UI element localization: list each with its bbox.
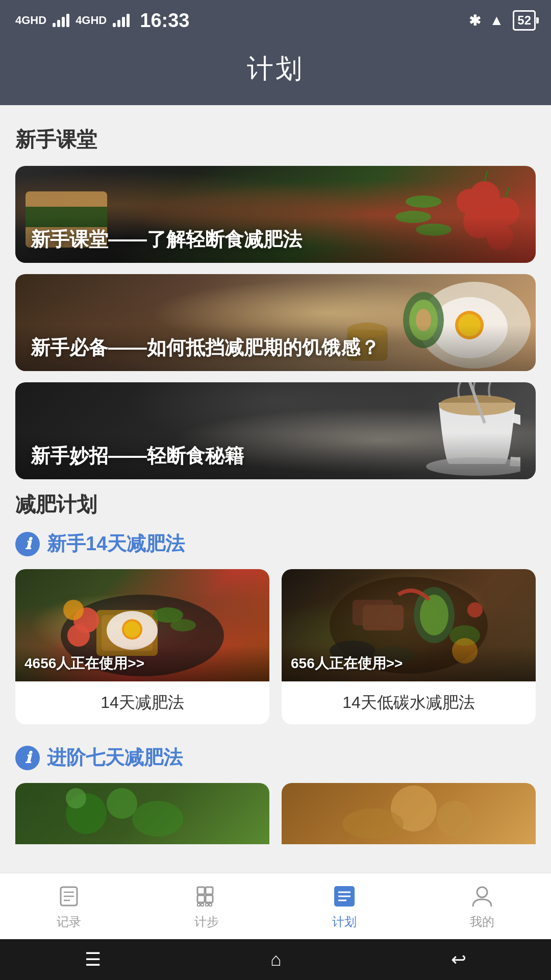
status-time: 16:33	[140, 10, 189, 32]
svg-point-7	[406, 195, 441, 208]
nav-plan-label: 计划	[332, 914, 357, 930]
plan-icon	[331, 883, 358, 910]
svg-point-46	[132, 801, 183, 837]
svg-point-50	[342, 808, 404, 839]
nav-item-steps[interactable]: 计步	[193, 883, 220, 930]
plan-card-2-title: 14天低碳水减肥法	[282, 681, 536, 724]
subsection-1-icon: ℹ	[15, 532, 40, 556]
signal-1-label: 4GHD	[15, 14, 46, 27]
course-card-1[interactable]: 新手课堂——了解轻断食减肥法	[15, 166, 536, 263]
svg-rect-58	[206, 895, 213, 902]
home-button[interactable]: ⌂	[270, 949, 282, 970]
beginner-section-title: 新手课堂	[15, 126, 536, 154]
status-left: 4GHD 4GHD 16:33	[15, 10, 189, 32]
nav-item-mine[interactable]: 我的	[469, 883, 495, 930]
page-header: 计划	[0, 41, 551, 105]
svg-point-28	[124, 621, 140, 638]
nav-item-plan[interactable]: 计划	[331, 883, 358, 930]
svg-rect-36	[363, 605, 404, 630]
page-title: 计划	[0, 51, 551, 87]
subsection-2-header: ℹ 进阶七天减肥法	[15, 745, 536, 771]
svg-point-4	[457, 189, 482, 214]
system-nav: ☰ ⌂ ↩	[0, 939, 551, 980]
steps-icon	[193, 883, 220, 910]
subsection-2-icon: ℹ	[15, 746, 40, 770]
svg-point-49	[437, 801, 472, 837]
plan-card-1-title: 14天减肥法	[15, 681, 269, 724]
course-card-1-text[interactable]: 新手课堂——了解轻断食减肥法	[15, 216, 536, 263]
subsection-1-title: 新手14天减肥法	[47, 531, 185, 557]
plan-cards-grid-1: 4656人正在使用>> 14天减肥法	[15, 569, 536, 724]
plan-card-2-label: 656人正在使用>>	[282, 646, 536, 681]
wifi-icon: ▲	[490, 12, 504, 29]
plan-card-1-image: 4656人正在使用>>	[15, 569, 269, 681]
course-card-2-text[interactable]: 新手必备——如何抵挡减肥期的饥饿感？	[15, 325, 536, 371]
svg-point-31	[63, 600, 84, 620]
partial-card-1-food	[15, 783, 269, 844]
subsection-1-header: ℹ 新手14天减肥法	[15, 531, 536, 557]
mine-icon	[469, 883, 495, 910]
plan-card-2-image: 656人正在使用>>	[282, 569, 536, 681]
battery-level: 52	[517, 13, 531, 27]
svg-point-42	[467, 602, 483, 618]
partial-card-2-food	[282, 783, 536, 844]
nav-mine-label: 我的	[470, 914, 494, 930]
plan-section-title: 减肥计划	[15, 491, 536, 519]
bluetooth-icon: ✱	[469, 12, 481, 29]
menu-button[interactable]: ☰	[85, 949, 101, 970]
battery-indicator: 52	[513, 10, 536, 31]
svg-point-67	[477, 887, 487, 897]
main-content: 新手课堂 新手课	[0, 105, 551, 980]
bottom-nav: 记录 计步 计划	[0, 873, 551, 939]
subsection-2-title: 进阶七天减肥法	[47, 745, 183, 771]
svg-rect-61	[206, 903, 208, 906]
record-icon	[56, 883, 82, 910]
svg-rect-59	[197, 903, 200, 906]
svg-line-6	[505, 187, 509, 198]
beginner-section: 新手课堂 新手课	[15, 126, 536, 479]
svg-rect-62	[209, 903, 212, 906]
partial-card-1[interactable]	[15, 783, 269, 844]
status-right: ✱ ▲ 52	[469, 10, 536, 31]
svg-point-38	[420, 595, 448, 635]
plan-card-1-label: 4656人正在使用>>	[15, 646, 269, 681]
signal-2-label: 4GHD	[76, 14, 107, 27]
svg-point-33	[170, 619, 196, 631]
svg-rect-56	[206, 887, 213, 894]
svg-point-45	[107, 788, 137, 819]
course-card-3-text[interactable]: 新手妙招——轻断食秘籍	[15, 433, 536, 479]
course-card-2[interactable]: 新手必备——如何抵挡减肥期的饥饿感？	[15, 274, 536, 371]
svg-point-47	[66, 788, 86, 808]
signal-bars-1	[53, 14, 69, 27]
nav-record-label: 记录	[57, 914, 81, 930]
plan-section: 减肥计划 ℹ 新手14天减肥法	[15, 491, 536, 844]
svg-point-30	[67, 624, 90, 647]
signal-bars-2	[113, 14, 130, 27]
course-card-3[interactable]: 新手妙招——轻断食秘籍	[15, 382, 536, 479]
plan-card-1[interactable]: 4656人正在使用>> 14天减肥法	[15, 569, 269, 724]
nav-item-record[interactable]: 记录	[56, 883, 82, 930]
svg-rect-57	[197, 895, 205, 902]
svg-rect-60	[201, 903, 204, 906]
partial-cards	[15, 783, 536, 844]
svg-rect-55	[197, 887, 205, 894]
plan-card-2[interactable]: 656人正在使用>> 14天低碳水减肥法	[282, 569, 536, 724]
status-bar: 4GHD 4GHD 16:33 ✱ ▲ 52	[0, 0, 551, 41]
nav-steps-label: 计步	[194, 914, 219, 930]
svg-line-5	[485, 171, 487, 181]
back-button[interactable]: ↩	[451, 949, 466, 970]
partial-card-2[interactable]	[282, 783, 536, 844]
